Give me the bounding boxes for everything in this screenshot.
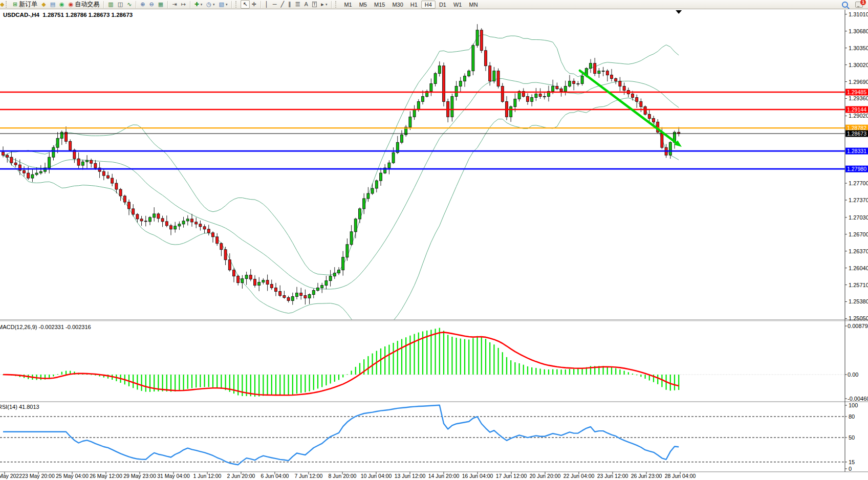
toolbar-grip [6,1,9,8]
chart-shift-button[interactable]: ⇥ [170,0,179,9]
zoom-in-icon: ⊕ [140,1,145,8]
horizontal-line-button[interactable]: ─ [271,0,279,9]
bollinger-middle-band [3,79,679,289]
timeframe-w1-button[interactable]: W1 [450,1,466,9]
text-label-button[interactable]: T [310,0,319,9]
timeframe-m15-button[interactable]: M15 [371,1,388,9]
rsi-label: RSI(14) 41.8013 [0,404,39,410]
timeframe-m30-button[interactable]: M30 [388,1,406,9]
svg-text:1.26040: 1.26040 [849,265,868,271]
candlestick-icon: ◫ [118,1,123,8]
text-button[interactable]: A [302,0,310,9]
svg-text:25 May 04:00: 25 May 04:00 [56,473,89,479]
tile-windows-button[interactable]: ▦ [156,0,165,9]
bollinger-bands [3,35,679,335]
svg-text:1.29144: 1.29144 [847,107,866,113]
svg-text:8 Jun 20:00: 8 Jun 20:00 [329,473,357,479]
new-order-icon: ⊞ [13,1,17,8]
periods-button[interactable]: ◷▾ [204,0,216,9]
chart-plot[interactable]: 1.310101.306801.303501.300201.296901.293… [0,0,868,480]
templates-button[interactable]: ▧▾ [216,0,229,9]
chat-icon[interactable]: 1 [855,2,863,8]
svg-text:28 Jun 04:00: 28 Jun 04:00 [665,473,696,479]
toolbar-separator [231,1,232,8]
zoom-in-button[interactable]: ⊕ [138,0,147,9]
notification-badge: 1 [860,0,866,5]
toolbar-separator [190,1,190,8]
signals-button[interactable]: ◉ [57,0,67,9]
market-watch-icon: ◆ [41,1,46,8]
candlestick-chart-button[interactable]: ◫ [116,0,125,9]
search-icon[interactable] [842,2,848,8]
toolbar: ◆ ⊞新订单◆▤◉◉自动交易▥◫∿⊕⊖▦⇥↦✚▾◷▾▧▾↖✛│─╱∥☰AT▸▾M… [0,0,868,9]
auto-trading-button-label: 自动交易 [75,0,99,9]
market-watch-button[interactable]: ◆ [39,0,48,9]
cursor-button[interactable]: ↖ [241,0,249,9]
timeframe-mn-button[interactable]: MN [465,1,481,9]
line-chart-button[interactable]: ∿ [125,0,134,9]
periods-icon: ◷ [206,1,211,8]
svg-text:80: 80 [849,413,855,420]
svg-text:0.008791: 0.008791 [848,323,868,329]
arrows-button[interactable]: ▸▾ [319,0,329,9]
svg-text:14 Jun 20:00: 14 Jun 20:00 [428,473,460,479]
timeframe-d1-button[interactable]: D1 [436,1,450,9]
svg-text:1.28673: 1.28673 [847,131,866,137]
price-axis: 1.310101.306801.303501.300201.296901.293… [845,11,868,472]
svg-text:16 Jun 04:00: 16 Jun 04:00 [462,473,493,479]
auto-scroll-button[interactable]: ↦ [179,0,187,9]
zoom-out-button[interactable]: ⊖ [147,0,156,9]
tile-windows-icon: ▦ [158,1,163,8]
auto-scroll-icon: ↦ [181,1,185,8]
svg-text:1.27370: 1.27370 [849,197,868,203]
bollinger-upper-band [3,35,679,275]
channel-button[interactable]: ∥ [286,0,293,9]
trendline-button[interactable]: ╱ [279,0,287,9]
vertical-line-button[interactable]: │ [263,0,271,9]
fibonacci-button[interactable]: ☰ [293,0,302,9]
svg-text:1.26370: 1.26370 [849,248,868,254]
new-order-button-label: 新订单 [19,0,37,9]
time-axis: May 202223 May 20:0025 May 04:0026 May 1… [0,472,696,479]
macd-indicator [0,328,845,397]
svg-text:26 May 12:00: 26 May 12:00 [90,473,122,479]
terminal-button[interactable]: ▤ [48,0,57,9]
channel-icon: ∥ [288,1,291,8]
line-chart-icon: ∿ [127,1,132,8]
svg-text:1.30020: 1.30020 [849,62,868,68]
toolbar-grip [235,1,238,8]
crosshair-button[interactable]: ✛ [250,0,258,9]
toolbar-separator [331,1,332,8]
timeframe-m5-button[interactable]: M5 [356,1,371,9]
svg-text:1.29360: 1.29360 [849,95,868,101]
svg-text:13 Jun 12:00: 13 Jun 12:00 [395,473,426,479]
chart-title: USDCAD-,H4 1.28751 1.28786 1.28673 1.286… [3,12,133,18]
svg-text:26 Jun 23:00: 26 Jun 23:00 [631,473,662,479]
vertical-line-icon: │ [265,1,269,8]
timeframe-h4-button[interactable]: H4 [421,1,436,9]
svg-text:0: 0 [849,466,852,472]
svg-text:1.28331: 1.28331 [847,148,866,154]
svg-text:1.31010: 1.31010 [849,11,868,17]
indicators-button[interactable]: ✚▾ [192,0,205,9]
svg-text:17 Jun 12:00: 17 Jun 12:00 [496,473,527,479]
chevron-down-icon: ▾ [326,3,328,7]
text-label-icon: T [312,2,317,7]
svg-text:1.25050: 1.25050 [849,315,868,321]
trend-arrow[interactable] [580,71,682,147]
timeframe-m1-button[interactable]: M1 [340,1,355,9]
svg-text:1.29020: 1.29020 [849,113,868,119]
svg-text:29 May 23:00: 29 May 23:00 [123,473,156,479]
svg-text:2 Jun 20:00: 2 Jun 20:00 [227,473,255,479]
svg-text:23 Jun 12:00: 23 Jun 12:00 [597,473,628,479]
crosshair-icon: ✛ [252,1,256,8]
svg-text:15: 15 [849,459,855,465]
bar-chart-button[interactable]: ▥ [106,0,115,9]
auto-trading-button[interactable]: ◉自动交易 [67,0,102,9]
new-order-button[interactable]: ⊞新订单 [11,0,39,9]
timeframe-h1-button[interactable]: H1 [407,1,421,9]
svg-text:23 May 20:00: 23 May 20:00 [22,473,55,479]
svg-text:1.26700: 1.26700 [849,231,868,237]
templates-icon: ▧ [219,1,224,8]
signals-icon: ◉ [59,1,64,8]
